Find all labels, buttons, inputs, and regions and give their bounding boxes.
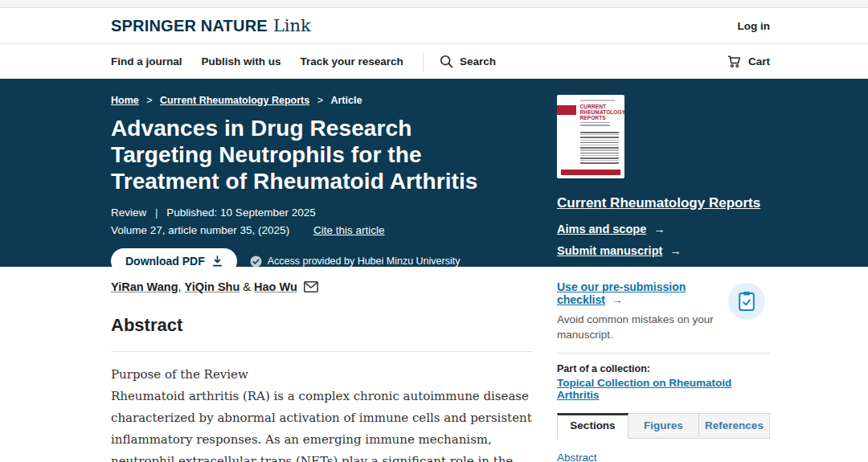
breadcrumb-separator: > xyxy=(317,95,323,106)
banner-actions: Download PDF Access provided by Hubei Mi… xyxy=(111,248,557,274)
cover-top-line xyxy=(580,100,616,101)
main-nav: Find a journal Publish with us Track you… xyxy=(0,44,868,79)
check-circle-icon xyxy=(250,256,262,268)
cite-this-article-link[interactable]: Cite this article xyxy=(313,224,385,236)
pre-submission-checklist-link[interactable]: Use our pre-submission checklist → xyxy=(557,280,720,306)
login-link[interactable]: Log in xyxy=(738,20,771,32)
nav-divider xyxy=(423,52,424,72)
banner-main: Home > Current Rheumatology Reports > Ar… xyxy=(111,95,557,267)
browser-top-strip xyxy=(0,0,868,8)
nav-find-a-journal[interactable]: Find a journal xyxy=(111,55,182,67)
article-type: Review xyxy=(111,206,146,219)
article-hero-banner: Home > Current Rheumatology Reports > Ar… xyxy=(0,79,868,267)
arrow-right-icon: → xyxy=(669,244,682,257)
journal-cover-image[interactable]: CURRENT RHEUMATOLOGY REPORTS xyxy=(557,95,624,178)
breadcrumb-current: Article xyxy=(330,95,362,106)
sidebar-divider xyxy=(557,353,770,354)
arrow-right-icon: → xyxy=(653,223,665,235)
breadcrumb-home[interactable]: Home xyxy=(111,95,139,106)
article-title: Advances in Drug Research Targeting Neut… xyxy=(111,115,497,194)
download-pdf-button[interactable]: Download PDF xyxy=(111,248,237,274)
springer-nature-logo[interactable]: SPRINGER NATURE Link xyxy=(111,16,311,35)
collection-label: Part of a collection: xyxy=(557,363,770,374)
sidebar-tabs: Sections Figures References xyxy=(557,413,770,439)
article-main-column: YiRan Wang , YiQin Shu & Hao Wu Abstract… xyxy=(111,280,557,462)
abstract-heading: Abstract xyxy=(111,315,533,336)
nav-track-your-research[interactable]: Track your research xyxy=(301,55,403,67)
logo-link-suffix: Link xyxy=(273,16,311,35)
author-link[interactable]: Hao Wu xyxy=(254,280,297,293)
arrow-right-icon: → xyxy=(612,293,623,306)
pre-submission-checklist-card: Use our pre-submission checklist → Avoid… xyxy=(557,280,770,342)
banner-journal-panel: CURRENT RHEUMATOLOGY REPORTS Current Rhe… xyxy=(557,95,770,267)
article-sidebar: Use our pre-submission checklist → Avoid… xyxy=(557,280,770,462)
authors-row: YiRan Wang , YiQin Shu & Hao Wu xyxy=(111,280,533,293)
nav-publish-with-us[interactable]: Publish with us xyxy=(202,55,281,67)
section-links-list: Abstract Introduction Defensive Mechanis… xyxy=(557,452,770,462)
checklist-description: Avoid common mistakes on your manuscript… xyxy=(557,312,720,342)
cart-icon xyxy=(727,55,742,68)
logo-wordmark: SPRINGER NATURE xyxy=(111,17,268,35)
access-note: Access provided by Hubei Minzu Universit… xyxy=(250,256,461,268)
search-label: Search xyxy=(460,55,496,67)
collection-link[interactable]: Topical Collection on Rheumatoid Arthrit… xyxy=(557,377,770,401)
submit-manuscript-label: Submit manuscript xyxy=(557,244,662,257)
search-icon xyxy=(440,55,453,68)
author-separator: , xyxy=(178,280,185,293)
article-meta-type: Review | Published: 10 September 2025 xyxy=(111,204,557,222)
cover-red-band xyxy=(557,105,576,115)
cover-subtitle-lines xyxy=(580,122,610,126)
abstract-text: Rheumatoid arthritis (RA) is a complex c… xyxy=(111,386,533,462)
cart-label: Cart xyxy=(748,55,770,67)
tab-references[interactable]: References xyxy=(699,413,770,439)
aims-and-scope-link[interactable]: Aims and scope → xyxy=(557,223,770,235)
checklist-badge xyxy=(728,283,765,320)
aims-and-scope-label: Aims and scope xyxy=(557,223,646,235)
submit-manuscript-link[interactable]: Submit manuscript → xyxy=(557,244,770,257)
email-envelope-icon[interactable] xyxy=(304,281,318,292)
article-meta-volume: Volume 27, article number 35, (2025) Cit… xyxy=(111,222,557,239)
cover-article-list-lines xyxy=(580,132,620,166)
clipboard-check-icon xyxy=(738,291,755,312)
author-link[interactable]: YiRan Wang xyxy=(111,280,178,293)
cart-button[interactable]: Cart xyxy=(727,55,770,68)
tab-figures[interactable]: Figures xyxy=(628,413,699,439)
cover-title: CURRENT RHEUMATOLOGY REPORTS xyxy=(580,104,620,121)
download-icon xyxy=(212,256,223,267)
volume-info: Volume 27, article number 35, (2025) xyxy=(111,224,289,236)
tab-sections[interactable]: Sections xyxy=(557,413,628,439)
meta-separator: | xyxy=(155,206,158,219)
breadcrumb: Home > Current Rheumatology Reports > Ar… xyxy=(111,95,557,106)
section-divider xyxy=(111,351,533,352)
published-date: Published: 10 September 2025 xyxy=(166,206,315,219)
abstract-purpose-label: Purpose of the Review xyxy=(111,364,533,386)
breadcrumb-journal[interactable]: Current Rheumatology Reports xyxy=(160,95,309,106)
breadcrumb-separator: > xyxy=(146,95,152,106)
cover-bottom-bar xyxy=(561,170,620,175)
download-pdf-label: Download PDF xyxy=(125,255,205,268)
author-separator: & xyxy=(240,280,254,293)
section-link-abstract[interactable]: Abstract xyxy=(557,452,770,462)
search-button[interactable]: Search xyxy=(440,55,496,68)
access-note-text: Access provided by Hubei Minzu Universit… xyxy=(268,256,461,267)
journal-home-link[interactable]: Current Rheumatology Reports xyxy=(557,195,760,211)
content-area: YiRan Wang , YiQin Shu & Hao Wu Abstract… xyxy=(0,267,868,462)
author-link[interactable]: YiQin Shu xyxy=(185,280,240,293)
site-header: SPRINGER NATURE Link Log in xyxy=(0,8,868,44)
